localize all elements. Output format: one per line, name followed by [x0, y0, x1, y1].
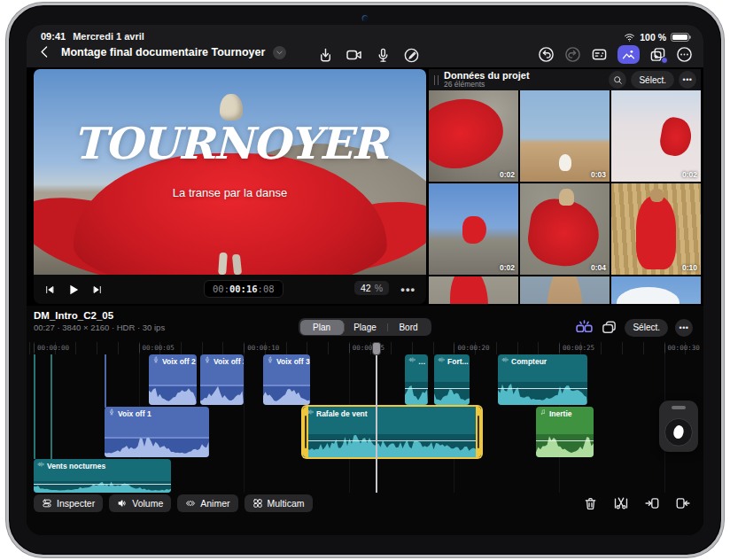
- more-button[interactable]: [676, 46, 693, 63]
- media-thumbnail[interactable]: [611, 276, 701, 304]
- undo-button[interactable]: [538, 46, 555, 63]
- dancer-leg: [231, 254, 241, 275]
- waveform-icon: [501, 356, 509, 363]
- date: Mercredi 1 avril: [73, 31, 144, 42]
- previous-frame-button[interactable]: [44, 284, 55, 295]
- blade-button[interactable]: [613, 495, 629, 511]
- timeline-clip-rafale-de-vent[interactable]: Rafale de vent: [303, 407, 481, 457]
- video-title-text: TOURNOYER: [34, 122, 426, 166]
- jog-dial[interactable]: [664, 418, 693, 447]
- zoom-level[interactable]: 42%: [354, 281, 389, 295]
- media-browser-button[interactable]: [617, 45, 640, 64]
- delete-button[interactable]: [583, 496, 598, 511]
- dervish-hat: [220, 94, 243, 121]
- multicam-button[interactable]: Multicam: [245, 494, 313, 512]
- project-media-panel: Données du projet 26 éléments Sélect. ••…: [429, 69, 701, 304]
- next-frame-button[interactable]: [92, 284, 103, 295]
- clip-label: …: [418, 357, 426, 366]
- import-button[interactable]: [317, 47, 334, 64]
- clip-duration: 0:04: [591, 263, 606, 272]
- front-camera: [362, 15, 369, 21]
- speaker-icon: [117, 498, 128, 509]
- media-more-button[interactable]: •••: [679, 71, 696, 89]
- video-subtitle-text: La transe par la danse: [34, 186, 426, 199]
- timeline-clip-compteur[interactable]: Compteur: [498, 354, 587, 405]
- timeline-clip-voix-off-1[interactable]: Voix off 1: [105, 407, 209, 457]
- timeline-clip-fort-[interactable]: Fort...: [434, 354, 470, 405]
- mic-icon: [152, 356, 159, 363]
- clip-duration: 0:10: [682, 263, 697, 272]
- playback-controls: 00:00:16:08 42% •••: [34, 275, 426, 304]
- screen: 09:41 Mercredi 1 avril 100 % Montage fin…: [27, 25, 703, 535]
- playhead-handle[interactable]: [372, 342, 381, 355]
- wifi-icon: [624, 31, 635, 43]
- clip-label: Fort...: [447, 357, 469, 366]
- mic-icon: [108, 408, 115, 416]
- timeline-clip-voix-off-2[interactable]: Voix off 2: [200, 354, 244, 405]
- search-button[interactable]: [609, 71, 626, 89]
- battery-icon: [671, 33, 689, 42]
- settings-panel-button[interactable]: [591, 46, 608, 63]
- timeline-actions: [583, 495, 691, 511]
- battery-percent: 100 %: [640, 32, 666, 43]
- insert-clip-button[interactable]: [644, 495, 660, 511]
- trim-handle-left[interactable]: [303, 407, 308, 457]
- timeline-clip-voix-off-3[interactable]: Voix off 3: [263, 354, 310, 405]
- clip-label: Rafale de vent: [316, 409, 368, 418]
- toolbar-center: [317, 46, 420, 64]
- waveform-icon: [438, 356, 445, 363]
- clip-label: Voix off 1: [118, 409, 151, 418]
- status-bar-right: 100 %: [624, 31, 689, 43]
- volume-button[interactable]: Volume: [109, 494, 171, 512]
- pencil-button[interactable]: [403, 47, 420, 64]
- media-thumbnail[interactable]: 0:02: [611, 90, 701, 182]
- timeline-toolbar: InspecterVolumeAnimerMulticam: [34, 494, 313, 512]
- play-button[interactable]: [66, 283, 81, 297]
- redo-button[interactable]: [564, 46, 581, 63]
- back-button[interactable]: [37, 44, 53, 60]
- project-title: Montage final documentaire Tournoyer: [61, 46, 265, 58]
- title-menu-button[interactable]: [273, 46, 286, 59]
- media-thumbnail[interactable]: 0:03: [520, 90, 610, 182]
- clip-label: Voix off 2: [162, 357, 196, 366]
- mic-icon: [267, 356, 274, 363]
- media-thumbnail[interactable]: 0:04: [520, 183, 610, 275]
- media-select-button[interactable]: Sélect.: [631, 71, 674, 89]
- timeline-clip-inertie[interactable]: Inertie: [536, 407, 594, 457]
- jog-wheel[interactable]: [659, 401, 698, 452]
- timeline-clip-vents-nocturnes[interactable]: Vents nocturnes: [34, 459, 171, 493]
- clip-duration: 0:03: [591, 170, 606, 179]
- music-note-icon: [540, 408, 547, 416]
- media-thumbnail[interactable]: [520, 276, 610, 304]
- media-thumbnail[interactable]: [429, 276, 518, 304]
- clip-duration: 0:02: [500, 263, 515, 272]
- titles-effects-button[interactable]: [649, 46, 666, 63]
- timeline-section: DM_Intro_C2_05 00:27 · 3840 × 2160 · HDR…: [27, 306, 703, 535]
- trim-handle-right[interactable]: [476, 407, 481, 457]
- timeline-clip-voix-off-2[interactable]: Voix off 2: [149, 354, 197, 405]
- media-thumbnail[interactable]: 0:02: [429, 90, 518, 182]
- animer-button[interactable]: Animer: [177, 494, 237, 512]
- media-thumbnail[interactable]: 0:02: [429, 183, 518, 275]
- microphone-button[interactable]: [375, 47, 392, 64]
- viewer[interactable]: TOURNOYER La transe par la danse: [34, 69, 426, 275]
- clip-duration: 0:02: [682, 170, 697, 179]
- inspector-icon: [42, 498, 52, 509]
- timeline-clip--[interactable]: …: [405, 354, 428, 405]
- inspecter-button[interactable]: Inspecter: [34, 494, 103, 512]
- waveform-icon: [408, 356, 415, 363]
- toolbar-left: Montage final documentaire Tournoyer: [37, 44, 286, 60]
- playhead-line: [376, 342, 377, 493]
- dancer-leg: [218, 253, 228, 275]
- media-thumbnail[interactable]: 0:10: [611, 183, 701, 275]
- waveform-icon: [37, 461, 44, 468]
- ipad-device: 09:41 Mercredi 1 avril 100 % Montage fin…: [6, 3, 724, 557]
- viewer-more-button[interactable]: •••: [400, 283, 415, 296]
- media-panel-count: 26 éléments: [444, 81, 530, 89]
- media-grid: 0:020:030:020:020:040:10: [429, 90, 701, 304]
- clip-label: Voix off 3: [276, 357, 310, 366]
- camera-button[interactable]: [346, 46, 363, 64]
- mic-icon: [204, 356, 211, 363]
- append-clip-button[interactable]: [675, 495, 691, 511]
- panel-drag-handle[interactable]: [434, 75, 439, 85]
